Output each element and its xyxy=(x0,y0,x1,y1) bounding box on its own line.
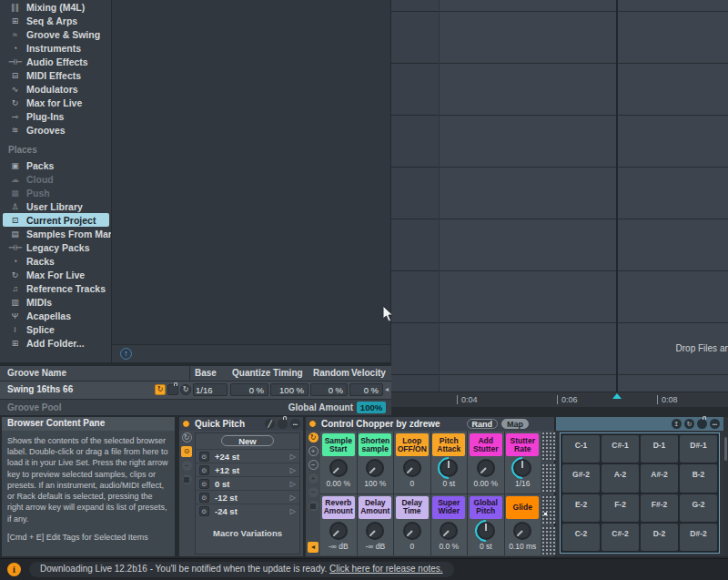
camera-icon[interactable] xyxy=(199,465,209,475)
sidebar-place-item[interactable]: ⊞ Add Folder... xyxy=(0,336,111,350)
hot-swap-icon[interactable]: ↻ xyxy=(155,384,166,395)
drum-pad[interactable]: C#-2 xyxy=(602,524,639,551)
variation-grid-icon[interactable]: ▦ xyxy=(182,474,192,484)
pad-overview-strip[interactable] xyxy=(541,432,556,555)
drum-rack-titlebar[interactable] xyxy=(556,417,723,431)
sidebar-category-item[interactable]: ◔ Instruments xyxy=(0,41,111,55)
camera-icon[interactable] xyxy=(199,452,209,462)
macro-knob[interactable] xyxy=(477,522,495,540)
camera-icon[interactable] xyxy=(199,493,209,503)
hot-swap-icon[interactable] xyxy=(182,432,192,443)
drum-pad[interactable]: D#-1 xyxy=(680,435,717,463)
edit-icon[interactable] xyxy=(265,419,275,429)
sidebar-place-item[interactable]: ▦ Push xyxy=(0,186,111,199)
time-ruler[interactable]: 0:04 0:06 0:08 xyxy=(391,392,728,407)
macro-knob[interactable] xyxy=(477,459,495,477)
drum-pad[interactable]: F-2 xyxy=(602,494,639,522)
add-macro-icon[interactable]: + xyxy=(308,446,318,456)
sidebar-place-item[interactable]: ▥ MIDIs xyxy=(0,295,111,309)
remove-variation-icon[interactable]: − xyxy=(182,461,192,471)
variation-row[interactable]: +24 st ▷ xyxy=(196,449,299,463)
sidebar-place-item[interactable]: ☁ Cloud xyxy=(0,172,111,186)
macro-knob[interactable] xyxy=(329,459,348,477)
sidebar-category-item[interactable]: ∥∥ Mixing (M4L) xyxy=(0,0,111,14)
launch-variation-icon[interactable]: ▷ xyxy=(290,494,296,502)
lock-icon[interactable] xyxy=(278,419,288,429)
drum-pad[interactable]: F#-2 xyxy=(641,494,678,522)
sidebar-category-item[interactable]: ≈ Groove & Swing xyxy=(0,27,111,41)
lock-icon[interactable] xyxy=(697,419,707,429)
drum-pad[interactable]: G-2 xyxy=(680,494,717,522)
launch-variation-icon[interactable]: ▷ xyxy=(290,480,296,488)
quick-pitch-titlebar[interactable]: Quick Pitch xyxy=(179,417,303,431)
drum-pad[interactable]: E-2 xyxy=(562,494,600,522)
more-options-icon[interactable] xyxy=(710,419,720,429)
velocity-value[interactable]: 0 % xyxy=(349,383,383,396)
random-value[interactable]: 0 % xyxy=(310,383,348,396)
groove-row[interactable]: Swing 16ths 66 ↻ ↻ 1/16▼ 0 % 100 % 0 % 0… xyxy=(0,382,391,399)
drum-pad[interactable]: A#-2 xyxy=(641,464,678,492)
sidebar-category-item[interactable]: ∿ Modulators xyxy=(0,82,111,96)
speaker-icon[interactable]: ◂ xyxy=(308,542,318,553)
macro-knob[interactable] xyxy=(403,459,421,477)
variation-row[interactable]: -24 st ▷ xyxy=(196,504,299,517)
hot-swap-icon[interactable] xyxy=(308,432,318,443)
commit-refresh-icon[interactable]: ↻ xyxy=(180,384,191,395)
camera-variation-icon[interactable]: ⊙ xyxy=(181,446,192,457)
device-on-icon[interactable] xyxy=(308,420,317,428)
control-chopper-titlebar[interactable]: Control Chopper by zdrewe Rand Map xyxy=(306,417,554,431)
variation-row[interactable]: -12 st ▷ xyxy=(196,490,299,504)
sidebar-place-item[interactable]: ≀ Splice xyxy=(0,322,111,336)
camera-icon[interactable] xyxy=(199,506,209,516)
macro-knob[interactable] xyxy=(366,459,384,477)
add-variation-icon[interactable]: + xyxy=(308,473,318,483)
sidebar-place-item[interactable]: ▣ Packs xyxy=(0,158,111,172)
lock-icon[interactable] xyxy=(167,384,178,395)
drum-pad[interactable]: C-2 xyxy=(562,524,600,551)
remove-variation-icon[interactable]: − xyxy=(308,487,318,497)
sidebar-place-item[interactable]: ⊣⊢ Legacy Packs xyxy=(0,240,111,254)
sidebar-category-item[interactable]: ⊟ MIDI Effects xyxy=(0,68,111,82)
sidebar-place-item[interactable]: ◔ Racks xyxy=(0,254,111,268)
sidebar-place-item[interactable]: ♙ User Library xyxy=(0,199,111,213)
release-notes-link[interactable]: Click here for release notes. xyxy=(329,564,443,574)
launch-variation-icon[interactable]: ▷ xyxy=(290,466,296,474)
macro-knob[interactable] xyxy=(440,459,458,477)
macro-knob[interactable] xyxy=(366,522,384,540)
sidebar-place-item[interactable]: ↻ Max For Live xyxy=(0,268,111,281)
speaker-icon[interactable]: ◂ xyxy=(385,385,389,393)
macro-knob[interactable] xyxy=(403,522,421,540)
camera-icon[interactable] xyxy=(199,479,209,489)
macro-knob[interactable] xyxy=(440,522,458,540)
launch-variation-icon[interactable]: ▷ xyxy=(290,507,296,515)
timing-value[interactable]: 100 % xyxy=(270,383,308,396)
macro-knob[interactable] xyxy=(513,522,531,540)
variation-grid-icon[interactable]: ▦ xyxy=(308,501,318,511)
sidebar-category-item[interactable]: ≋ Grooves xyxy=(0,123,111,137)
drum-pad[interactable]: C#-1 xyxy=(602,435,639,463)
base-dropdown[interactable]: 1/16▼ xyxy=(193,383,228,396)
arrangement-area[interactable]: Drop Files an xyxy=(391,0,728,392)
quantize-value[interactable]: 0 % xyxy=(230,383,268,396)
sidebar-place-item[interactable]: ▤ Samples From Mars xyxy=(0,227,111,240)
drum-pad[interactable]: C-1 xyxy=(562,435,600,463)
sidebar-category-item[interactable]: ⊸ Plug-Ins xyxy=(0,109,111,123)
drum-pad[interactable]: D-2 xyxy=(641,524,678,551)
remove-macro-icon[interactable]: − xyxy=(308,460,318,470)
sidebar-place-item[interactable]: Ψ Acapellas xyxy=(0,309,111,322)
macro-knob[interactable] xyxy=(513,459,531,477)
sidebar-place-item[interactable]: ⊡ Current Project xyxy=(3,213,109,227)
rand-button[interactable]: Rand xyxy=(467,419,499,429)
sidebar-category-item[interactable]: ⊣⊢ Audio Effects xyxy=(0,55,111,68)
playhead-marker-icon[interactable] xyxy=(612,393,622,399)
info-icon[interactable]: i xyxy=(7,563,21,576)
drum-pad[interactable]: B-2 xyxy=(680,464,717,492)
variation-row[interactable]: 0 st ▷ xyxy=(196,476,299,490)
launch-variation-icon[interactable]: ▷ xyxy=(290,453,296,461)
sidebar-category-item[interactable]: ↻ Max for Live xyxy=(0,96,111,109)
macro-knob[interactable] xyxy=(329,522,348,540)
drum-pad[interactable]: D#-2 xyxy=(680,524,717,551)
sidebar-category-item[interactable]: ⊞ Seq & Arps xyxy=(0,14,111,27)
sidebar-place-item[interactable]: ♫ Reference Tracks xyxy=(0,281,111,295)
drum-pad[interactable]: D-1 xyxy=(641,435,678,463)
